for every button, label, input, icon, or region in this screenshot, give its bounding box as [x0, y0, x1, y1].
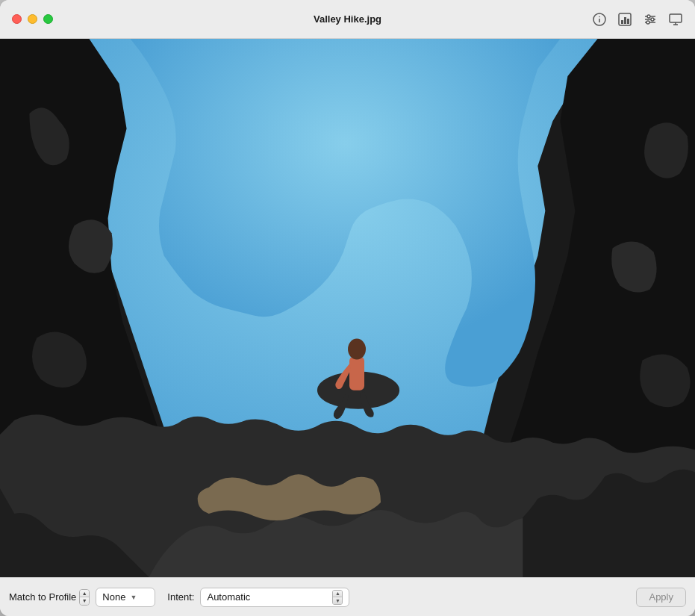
intent-stepper-up[interactable]: ▲: [333, 591, 342, 598]
svg-point-11: [651, 18, 654, 21]
svg-rect-5: [624, 17, 626, 24]
svg-rect-4: [621, 20, 623, 24]
match-to-profile-label: Match to Profile: [9, 591, 76, 603]
titlebar-actions: [592, 12, 683, 27]
profile-dropdown-arrow: ▼: [130, 594, 137, 601]
image-area: [0, 39, 695, 577]
svg-rect-6: [627, 19, 629, 24]
intent-select-value: Automatic: [207, 591, 250, 603]
profile-select-value: None: [102, 591, 125, 603]
svg-point-19: [348, 339, 366, 360]
photo-display: [0, 39, 695, 577]
svg-point-12: [646, 21, 649, 24]
window-title: Valley Hike.jpg: [314, 13, 381, 25]
svg-point-2: [599, 16, 600, 17]
svg-point-10: [647, 15, 650, 18]
traffic-lights: [12, 14, 53, 24]
stepper-up-button[interactable]: ▲: [80, 590, 89, 598]
sliders-icon[interactable]: [643, 12, 658, 27]
svg-rect-18: [349, 357, 364, 391]
monitor-icon[interactable]: [668, 12, 683, 27]
maximize-button[interactable]: [43, 14, 53, 24]
intent-select[interactable]: Automatic ▲ ▼: [200, 588, 349, 607]
match-to-profile-segment: Match to Profile ▲ ▼: [9, 589, 90, 606]
titlebar: Valley Hike.jpg: [0, 0, 695, 39]
match-to-profile-stepper[interactable]: ▲ ▼: [79, 589, 90, 606]
stepper-down-button[interactable]: ▼: [80, 597, 89, 605]
minimize-button[interactable]: [28, 14, 37, 24]
info-icon[interactable]: [592, 12, 607, 27]
intent-label: Intent:: [167, 591, 194, 603]
histogram-icon[interactable]: [617, 12, 632, 27]
bottom-toolbar: Match to Profile ▲ ▼ None ▼ Intent: Auto…: [0, 577, 695, 616]
main-window: Valley Hike.jpg: [0, 0, 695, 616]
close-button[interactable]: [12, 14, 22, 24]
intent-stepper-down[interactable]: ▼: [333, 597, 342, 604]
svg-rect-13: [670, 14, 682, 22]
apply-button[interactable]: Apply: [636, 588, 686, 607]
profile-select[interactable]: None ▼: [96, 588, 155, 607]
